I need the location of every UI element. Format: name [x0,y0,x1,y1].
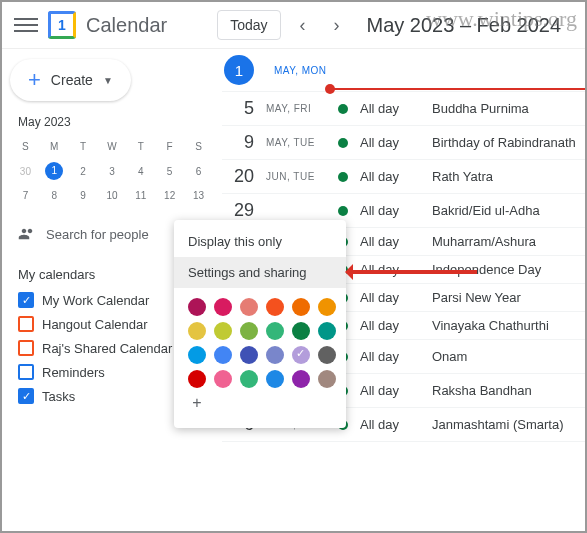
menu-icon[interactable] [14,13,38,37]
color-swatch[interactable] [240,298,258,316]
mini-day[interactable]: 3 [99,158,126,184]
weekday-label: S [185,137,212,156]
day-label: MAY, MON [274,65,327,76]
color-swatch[interactable] [292,370,310,388]
color-swatch[interactable] [292,298,310,316]
day-label: JUN, TUE [266,171,326,182]
color-swatch[interactable] [240,370,258,388]
checkbox-icon[interactable] [18,316,34,332]
color-swatch[interactable] [188,346,206,364]
allday-label: All day [360,417,420,432]
color-swatch[interactable] [214,346,232,364]
day-number: 9 [226,132,254,153]
mini-day[interactable]: 10 [99,186,126,205]
checkbox-icon[interactable]: ✓ [18,292,34,308]
mini-day[interactable]: 8 [41,186,68,205]
calendar-label: Raj's Shared Calendar [42,341,172,356]
color-swatch[interactable] [266,370,284,388]
event-title: Onam [432,349,467,364]
calendar-label: Tasks [42,389,75,404]
create-label: Create [51,72,93,88]
people-icon [18,225,36,243]
create-button[interactable]: + Create ▼ [10,59,131,101]
mini-day[interactable]: 9 [70,186,97,205]
calendar-context-menu: Display this only Settings and sharing + [174,220,346,428]
checkbox-icon[interactable] [18,364,34,380]
color-swatch[interactable] [214,322,232,340]
weekday-label: W [99,137,126,156]
watermark-text: www.wintips.org [426,6,577,32]
annotation-arrow [347,270,477,274]
color-swatches: + [174,288,346,422]
color-swatch[interactable] [240,346,258,364]
allday-label: All day [360,349,420,364]
color-swatch[interactable] [188,370,206,388]
mini-day[interactable]: 5 [156,158,183,184]
event-dot-icon [338,172,348,182]
app-title: Calendar [86,14,167,37]
day-number: 20 [226,166,254,187]
color-swatch[interactable] [318,346,336,364]
color-swatch[interactable] [188,298,206,316]
mini-day[interactable]: 30 [12,158,39,184]
next-icon[interactable]: › [325,13,349,37]
prev-icon[interactable]: ‹ [291,13,315,37]
mini-day[interactable]: 4 [127,158,154,184]
color-swatch[interactable] [266,322,284,340]
allday-label: All day [360,203,420,218]
search-people-label: Search for people [46,227,149,242]
event-title: Birthday of Rabindranath [432,135,576,150]
color-swatch[interactable] [318,370,336,388]
color-swatch[interactable] [318,298,336,316]
day-number: 29 [226,200,254,221]
event-title: Buddha Purnima [432,101,529,116]
add-color-icon[interactable]: + [188,394,206,412]
allday-label: All day [360,135,420,150]
color-swatch[interactable] [188,322,206,340]
weekday-label: M [41,137,68,156]
event-title: Janmashtami (Smarta) [432,417,563,432]
checkbox-icon[interactable] [18,340,34,356]
day-label: MAY, TUE [266,137,326,148]
event-title: Bakrid/Eid ul-Adha [432,203,540,218]
today-button[interactable]: Today [217,10,280,40]
color-swatch[interactable] [240,322,258,340]
allday-label: All day [360,290,420,305]
color-swatch[interactable] [292,322,310,340]
event-row[interactable]: 1MAY, MON [222,49,585,92]
day-number: 5 [226,98,254,119]
current-day-badge: 1 [224,55,254,85]
weekday-label: S [12,137,39,156]
event-row[interactable]: 9MAY, TUEAll dayBirthday of Rabindranath [222,126,585,160]
event-row[interactable]: 20JUN, TUEAll dayRath Yatra [222,160,585,194]
mini-day[interactable]: 11 [127,186,154,205]
calendar-label: Reminders [42,365,105,380]
allday-label: All day [360,318,420,333]
mini-day[interactable]: 6 [185,158,212,184]
mini-day[interactable]: 13 [185,186,212,205]
mini-day[interactable]: 7 [12,186,39,205]
event-title: Parsi New Year [432,290,521,305]
menu-display-only[interactable]: Display this only [174,226,346,257]
color-swatch[interactable] [292,346,310,364]
mini-day[interactable]: 2 [70,158,97,184]
event-title: Vinayaka Chathurthi [432,318,549,333]
mini-month: May 2023 [18,115,214,129]
event-title: Rath Yatra [432,169,493,184]
day-label: MAY, FRI [266,103,326,114]
event-row[interactable]: 5MAY, FRIAll dayBuddha Purnima [222,92,585,126]
weekday-label: T [70,137,97,156]
mini-day[interactable]: 12 [156,186,183,205]
checkbox-icon[interactable]: ✓ [18,388,34,404]
calendar-label: My Work Calendar [42,293,149,308]
color-swatch[interactable] [214,298,232,316]
mini-day[interactable]: 1 [41,158,68,184]
color-swatch[interactable] [318,322,336,340]
menu-settings-sharing[interactable]: Settings and sharing [174,257,346,288]
color-swatch[interactable] [214,370,232,388]
plus-icon: + [28,69,41,91]
color-swatch[interactable] [266,298,284,316]
allday-label: All day [360,169,420,184]
mini-calendar[interactable]: SMTWTFS 3012345678910111213 [10,135,214,207]
color-swatch[interactable] [266,346,284,364]
